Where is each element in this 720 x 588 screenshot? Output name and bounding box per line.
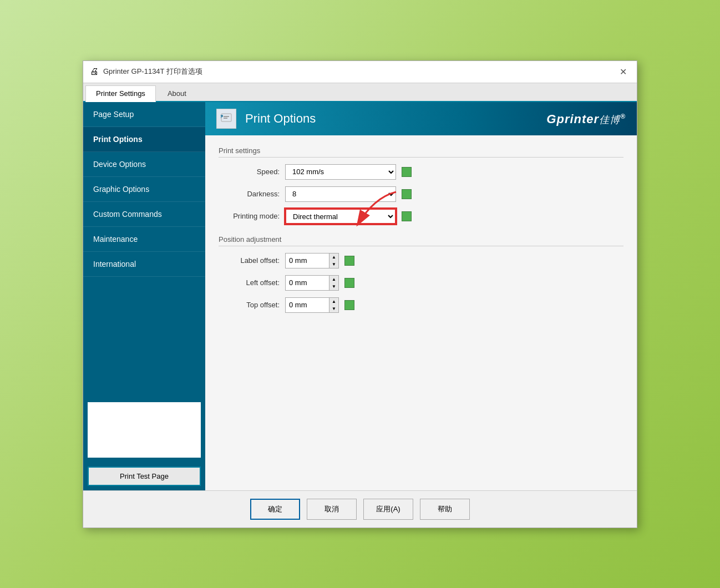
speed-select[interactable]: 102 mm/s 50 mm/s 75 mm/s 127 mm/s 152 mm… bbox=[285, 164, 396, 180]
sidebar-item-graphic-options[interactable]: Graphic Options bbox=[83, 177, 205, 202]
printing-mode-label: Printing mode: bbox=[219, 212, 280, 220]
panel-header-title: Print Options bbox=[245, 111, 538, 126]
print-settings-section-title: Print settings bbox=[219, 146, 623, 158]
svg-rect-0 bbox=[221, 114, 231, 121]
tab-row: Printer Settings About bbox=[83, 83, 637, 102]
top-offset-row: Top offset: ▲ ▼ bbox=[219, 297, 623, 313]
left-offset-down[interactable]: ▼ bbox=[329, 283, 338, 290]
sidebar-item-custom-commands[interactable]: Custom Commands bbox=[83, 202, 205, 227]
top-offset-down[interactable]: ▼ bbox=[329, 305, 338, 312]
apply-button[interactable]: 应用(A) bbox=[363, 499, 413, 520]
window-title: Gprinter GP-1134T 打印首选项 bbox=[103, 67, 202, 77]
panel-body: Print settings Speed: 102 mm/s 50 mm/s 7… bbox=[205, 135, 637, 490]
label-offset-spinbox: ▲ ▼ bbox=[285, 253, 339, 268]
printer-icon: 🖨 bbox=[90, 67, 99, 77]
left-offset-input[interactable] bbox=[285, 275, 329, 291]
darkness-label: Darkness: bbox=[219, 190, 280, 198]
printing-mode-select[interactable]: Direct thermal Thermal transfer bbox=[285, 209, 396, 224]
panel-header-icon bbox=[216, 109, 236, 129]
print-test-area bbox=[88, 402, 201, 458]
printing-mode-indicator bbox=[402, 211, 412, 221]
label-offset-down[interactable]: ▼ bbox=[329, 261, 338, 268]
sidebar-item-page-setup[interactable]: Page Setup bbox=[83, 102, 205, 127]
speed-row: Speed: 102 mm/s 50 mm/s 75 mm/s 127 mm/s… bbox=[219, 164, 623, 180]
ok-button[interactable]: 确定 bbox=[250, 499, 300, 520]
title-bar: 🖨 Gprinter GP-1134T 打印首选项 ✕ bbox=[83, 61, 637, 83]
left-offset-spinbox: ▲ ▼ bbox=[285, 275, 339, 291]
speed-label: Speed: bbox=[219, 168, 280, 176]
help-button[interactable]: 帮助 bbox=[420, 499, 470, 520]
left-offset-indicator bbox=[344, 278, 354, 288]
sidebar-item-maintenance[interactable]: Maintenance bbox=[83, 227, 205, 252]
print-test-button[interactable]: Print Test Page bbox=[88, 467, 201, 486]
top-offset-indicator bbox=[344, 300, 354, 310]
darkness-row: Darkness: 8 1234 567 910 bbox=[219, 186, 623, 202]
left-offset-row: Left offset: ▲ ▼ bbox=[219, 275, 623, 291]
sidebar-item-print-options[interactable]: Print Options bbox=[83, 127, 205, 152]
printing-mode-row: Printing mode: Direct thermal Thermal tr… bbox=[219, 209, 623, 224]
left-offset-label: Left offset: bbox=[219, 278, 280, 287]
brand-text: Gprinter佳博® bbox=[546, 112, 626, 126]
label-offset-up[interactable]: ▲ bbox=[329, 254, 338, 261]
right-panel: Print Options Gprinter佳博® Print settings… bbox=[205, 102, 637, 490]
top-offset-label: Top offset: bbox=[219, 301, 280, 309]
label-offset-input[interactable] bbox=[285, 253, 329, 268]
tab-about[interactable]: About bbox=[157, 85, 197, 101]
top-offset-up[interactable]: ▲ bbox=[329, 298, 338, 305]
close-button[interactable]: ✕ bbox=[616, 65, 630, 78]
main-content: Page Setup Print Options Device Options … bbox=[83, 102, 637, 490]
sidebar: Page Setup Print Options Device Options … bbox=[83, 102, 205, 490]
sidebar-item-device-options[interactable]: Device Options bbox=[83, 152, 205, 177]
top-offset-input[interactable] bbox=[285, 297, 329, 313]
darkness-indicator bbox=[402, 189, 412, 199]
tab-printer-settings[interactable]: Printer Settings bbox=[85, 85, 156, 102]
label-offset-label: Label offset: bbox=[219, 256, 280, 265]
top-offset-spinbox: ▲ ▼ bbox=[285, 297, 339, 313]
left-offset-up[interactable]: ▲ bbox=[329, 276, 338, 283]
position-adjust-section-title: Position adjustment bbox=[219, 235, 623, 246]
label-offset-indicator bbox=[344, 256, 354, 266]
label-offset-row: Label offset: ▲ ▼ bbox=[219, 253, 623, 268]
cancel-button[interactable]: 取消 bbox=[307, 499, 357, 520]
main-window: 🖨 Gprinter GP-1134T 打印首选项 ✕ Printer Sett… bbox=[83, 60, 637, 528]
darkness-select[interactable]: 8 1234 567 910 bbox=[285, 186, 396, 202]
brand-logo: Gprinter佳博® bbox=[546, 111, 626, 126]
bottom-bar: 确定 取消 应用(A) 帮助 bbox=[83, 490, 637, 528]
panel-header: Print Options Gprinter佳博® bbox=[205, 102, 637, 135]
speed-indicator bbox=[402, 167, 412, 177]
sidebar-item-international[interactable]: International bbox=[83, 252, 205, 277]
